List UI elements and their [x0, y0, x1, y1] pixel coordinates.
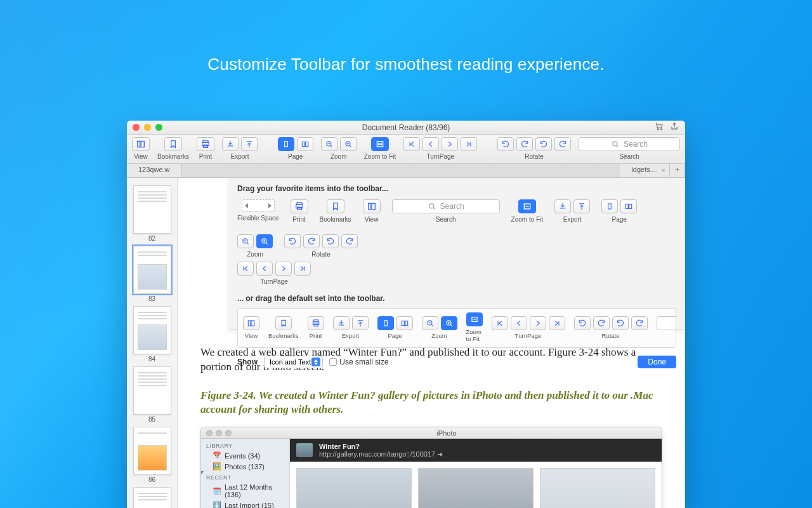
svg-rect-27 — [251, 320, 254, 325]
rotate-right2-icon[interactable] — [554, 137, 571, 151]
window-body: 82 83 84 85 86 Drag your favorite items … — [127, 178, 685, 508]
export-up-icon[interactable] — [241, 137, 258, 151]
use-small-size-checkbox[interactable]: Use small size — [329, 358, 388, 366]
page-thumb[interactable] — [133, 427, 171, 475]
svg-point-0 — [657, 129, 658, 130]
tool-export: Export — [222, 137, 258, 160]
item-rotate[interactable]: Rotate — [284, 234, 358, 258]
main-toolbar: View Bookmarks Print Export Page — [127, 135, 685, 164]
view-icon[interactable] — [132, 137, 150, 151]
share-icon[interactable] — [670, 122, 679, 133]
customize-toolbar-sheet: Drag your favorite items into the toolba… — [228, 178, 685, 330]
item-flexible-space[interactable]: Flexible Space — [237, 199, 279, 223]
item-turnpage[interactable]: TurnPage — [237, 262, 311, 285]
tab-close-icon[interactable]: × — [662, 166, 665, 174]
zoom-fit-icon[interactable] — [371, 137, 389, 151]
tab-right[interactable]: idgets....× — [620, 164, 670, 177]
label: Page — [288, 153, 303, 160]
list-item[interactable]: ⬇️ Last Import (15) — [201, 500, 289, 508]
next-page-icon[interactable] — [442, 137, 458, 151]
item-print[interactable]: Print — [291, 199, 308, 223]
svg-rect-32 — [402, 321, 404, 325]
tool-zoom-fit: Zoom to Fit — [364, 137, 396, 160]
label: Search — [619, 153, 639, 160]
last-page-icon[interactable] — [461, 137, 477, 151]
rotate-left-icon[interactable] — [497, 137, 514, 151]
label: TurnPage — [427, 153, 455, 160]
photo-cell[interactable]: DSC00598 — [540, 468, 655, 508]
item-view[interactable]: View — [363, 199, 381, 223]
page-thumb[interactable] — [133, 306, 171, 354]
svg-rect-16 — [297, 207, 301, 210]
list-item[interactable]: 🗓️ Last 12 Months (136) — [201, 482, 289, 500]
svg-rect-18 — [372, 203, 375, 209]
page-number: 85 — [127, 416, 177, 423]
tab-add-button[interactable]: + — [670, 164, 685, 177]
page-double-icon[interactable] — [297, 137, 313, 151]
zoom-in-icon[interactable] — [340, 137, 357, 151]
svg-point-19 — [429, 204, 434, 208]
page-number: 86 — [127, 476, 177, 483]
item-page[interactable]: Page — [601, 199, 637, 223]
sidebar-heading: LIBRARY — [201, 441, 289, 450]
svg-rect-21 — [608, 204, 612, 209]
search-input[interactable]: Search — [579, 137, 680, 151]
list-item[interactable]: 📅 Events (34) — [201, 450, 289, 461]
page-thumb[interactable] — [133, 185, 171, 234]
tool-bookmarks: Bookmarks — [157, 137, 189, 160]
svg-rect-30 — [314, 324, 318, 326]
item-bookmarks[interactable]: Bookmarks — [320, 199, 351, 223]
list-item[interactable]: 🖼️ Photos (137) — [201, 461, 289, 472]
iphoto-grid: DSC00596 DSC00597 DSC00598 — [290, 462, 662, 508]
iphoto-banner: Winter Fun? http://gallery.mac.com/tango… — [290, 439, 662, 462]
iphoto-window: iPhoto LIBRARY 📅 Events (34) 🖼️ Photos (… — [200, 427, 662, 508]
page-thumb[interactable] — [133, 246, 171, 294]
page-single-icon[interactable] — [278, 137, 294, 151]
svg-rect-26 — [248, 320, 251, 325]
sheet-footer: Show Icon and Text Use small size Done — [237, 356, 676, 368]
page-thumb[interactable] — [133, 487, 171, 508]
app-window: Document Reader (83/96) View Bookmarks P… — [127, 121, 685, 508]
svg-rect-3 — [141, 141, 144, 147]
done-button[interactable]: Done — [638, 356, 676, 368]
print-icon[interactable] — [197, 137, 214, 151]
iphoto-title: iPhoto — [232, 429, 662, 437]
label: Export — [231, 153, 249, 160]
export-down-icon[interactable] — [222, 137, 239, 151]
item-zoom-fit[interactable]: Zoom to Fit — [511, 199, 544, 223]
figure-caption: Figure 3-24. We created a Winter Fun? ga… — [200, 389, 662, 417]
iphoto-sidebar: LIBRARY 📅 Events (34) 🖼️ Photos (137) RE… — [201, 439, 290, 508]
thumbnail-sidebar[interactable]: 82 83 84 85 86 — [127, 178, 178, 508]
tool-page: Page — [278, 137, 313, 160]
prev-page-icon[interactable] — [422, 137, 439, 151]
sheet-heading: Drag your favorite items into the toolba… — [237, 184, 676, 193]
label: Rotate — [525, 153, 543, 160]
show-select[interactable]: Icon and Text — [264, 356, 323, 368]
photo-cell[interactable]: DSC00597 — [418, 468, 534, 508]
bookmark-icon[interactable] — [164, 137, 182, 151]
tab-left[interactable]: 123qwe.w — [127, 164, 182, 177]
zoom-out-icon[interactable] — [321, 137, 337, 151]
toolbar-item-palette: Flexible Space Print Bookmarks View Sear… — [237, 199, 676, 258]
cart-icon[interactable] — [655, 122, 664, 133]
tab-strip: 123qwe.w idgets....× + — [127, 164, 685, 178]
rotate-right-icon[interactable] — [516, 137, 533, 151]
photo-cell[interactable]: DSC00596 — [296, 468, 412, 508]
label: Print — [199, 153, 213, 160]
item-export[interactable]: Export — [554, 199, 590, 223]
rotate-left2-icon[interactable] — [535, 137, 552, 151]
page-thumb[interactable] — [133, 366, 171, 415]
or-heading: ... or drag the default set into the too… — [237, 294, 676, 303]
tool-zoom: Zoom — [321, 137, 357, 160]
tool-view: View — [132, 137, 150, 160]
svg-rect-9 — [305, 142, 308, 147]
label: Bookmarks — [157, 153, 189, 160]
svg-rect-8 — [302, 142, 304, 147]
svg-rect-7 — [284, 142, 287, 147]
default-toolbar-set[interactable]: View Bookmarks Print Export Page Zoom Zo… — [237, 308, 676, 348]
item-zoom[interactable]: Zoom — [237, 234, 273, 258]
page-number: 83 — [127, 295, 177, 302]
banner-title: Winter Fun? — [319, 443, 443, 450]
item-search[interactable]: SearchSearch — [392, 199, 500, 223]
first-page-icon[interactable] — [403, 137, 420, 151]
